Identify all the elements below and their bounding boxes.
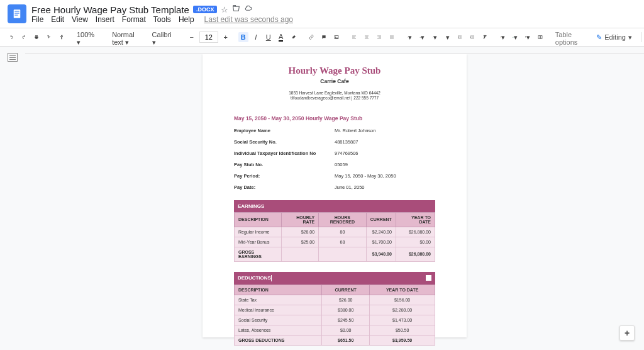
redo-icon[interactable] [19,31,29,43]
menu-format[interactable]: Format [122,15,146,24]
itin: 974769506 [335,150,435,156]
print-icon[interactable] [31,31,42,43]
table-row: Lates, Absences$0.00$50.50 [235,325,435,335]
svg-rect-0 [14,9,21,18]
menu-tools[interactable]: Tools [153,15,171,24]
outline-icon[interactable] [8,53,18,62]
doc-main-title: Hourly Wage Pay Stub [234,65,435,76]
ssn: 488135807 [335,139,435,145]
align-center-icon[interactable] [362,31,372,43]
menu-edit[interactable]: Edit [51,15,64,24]
date: June 01, 2050 [335,184,435,190]
svg-rect-3 [14,15,18,16]
table-options[interactable]: Table options [553,31,585,43]
period-title: May 15, 2050 - May 30, 2050 Hourly Wage … [234,115,435,121]
svg-text:3: 3 [445,37,445,38]
cloud-icon[interactable] [244,4,252,14]
indent-increase-icon[interactable] [467,31,477,43]
svg-point-5 [335,37,336,37]
move-icon[interactable] [232,4,240,14]
highlight-button[interactable] [289,31,299,43]
left-sidebar [0,47,25,350]
fill-color-icon[interactable]: ▾ [497,31,508,43]
docs-logo[interactable] [8,4,26,23]
svg-rect-1 [14,11,19,12]
stub: 05059 [335,162,435,167]
table-row: Medical Insurance$380.00$2,280.00 [235,305,435,315]
date-label: Pay Date: [234,184,335,190]
page[interactable]: Hourly Wage Pay Stub Carrie Cafe 1853 Ha… [203,54,467,337]
deductions-header[interactable]: DEDUCTIONS [234,272,435,285]
table-row: Regular Income$28.0080$2,240.00$26,880.0… [235,227,435,237]
title-area: Free Hourly Wage Pay Stub Template .DOCX… [31,4,293,24]
font-increase[interactable]: + [221,32,231,42]
table-handle-icon[interactable] [426,275,431,281]
link-icon[interactable] [306,31,316,43]
border-color-icon[interactable]: ▾ [510,31,520,43]
table-row: GROSS DEDUCTIONS$651.50$3,959.50 [235,335,435,345]
earnings-header: EARNINGS [234,200,435,212]
svg-rect-18 [540,36,542,39]
stub-label: Pay Stub No. [234,162,335,167]
font-select[interactable]: Calibri ▾ [150,31,179,43]
spellcheck-icon[interactable] [44,31,54,43]
image-icon[interactable] [331,31,341,43]
table-row: Mid-Year Bonus$25.0068$1,700.00$0.00 [235,237,435,247]
header-bar: Free Hourly Wage Pay Stub Template .DOCX… [0,0,644,28]
indent-decrease-icon[interactable] [455,31,465,43]
deductions-table: DESCRIPTION CURRENT YEAR TO DATE State T… [234,285,435,346]
svg-rect-17 [538,36,540,39]
emp-name-label: Employee Name [234,128,335,133]
menu-file[interactable]: File [31,15,43,24]
numbered-list-icon[interactable]: 123 ▾ [442,31,452,43]
doc-subtitle: Carrie Cafe [234,78,435,84]
borders-icon[interactable]: ▾ [523,31,533,43]
menu-view[interactable]: View [72,15,88,24]
toolbar: 100% ▾ Normal text ▾ Calibri ▾ − + B I U… [0,28,644,47]
font-size-input[interactable] [199,31,218,43]
paint-format-icon[interactable] [57,31,67,43]
menu-help[interactable]: Help [179,15,194,24]
table-row: State Tax$26.00$156.00 [235,295,435,305]
underline-button[interactable]: U [264,32,274,42]
doc-title[interactable]: Free Hourly Wage Pay Stub Template [31,4,189,15]
menu-insert[interactable]: Insert [96,15,114,24]
doc-address: 1853 Harvest Lane Eagleville, Montana MO… [234,91,435,101]
period: May 15, 2050 - May 30, 2050 [335,173,435,179]
earnings-table: DESCRIPTION HOURLY RATE HOURS RENDERED C… [234,212,435,262]
font-decrease[interactable]: − [187,32,197,42]
clear-format-icon[interactable] [480,31,490,43]
pen-icon: ✎ [596,33,602,42]
period-label: Pay Period: [234,173,335,179]
format-badge: .DOCX [193,6,218,13]
comment-icon[interactable] [319,31,329,43]
edit-info[interactable]: Last edit was seconds ago [204,15,293,24]
table-row: Social Security$245.50$1,473.00 [235,315,435,325]
table-row: GROSS EARNINGS$3,940.00$26,880.00 [235,247,435,261]
bullet-list-icon[interactable]: ▾ [430,31,440,43]
itin-label: Individual Taxpayer Identification No [234,150,335,156]
workspace: Hourly Wage Pay Stub Carrie Cafe 1853 Ha… [0,47,644,350]
line-spacing-icon[interactable]: ▾ [404,31,414,43]
bold-button[interactable]: B [238,32,248,42]
merge-cells-icon[interactable] [535,31,545,43]
ruler[interactable] [25,47,644,54]
explore-button[interactable]: + [619,325,635,341]
ssn-label: Social Security No. [234,139,335,145]
editing-mode-button[interactable]: ✎ Editing ▾ [592,32,636,43]
italic-button[interactable]: I [251,32,261,42]
checklist-icon[interactable]: ▾ [417,31,427,43]
star-icon[interactable]: ☆ [221,5,228,14]
text-color-button[interactable]: A [276,31,286,43]
emp-name: Mr. Robert Johnson [335,128,435,133]
align-justify-icon[interactable] [387,31,397,43]
zoom-select[interactable]: 100% ▾ [74,31,102,43]
style-select[interactable]: Normal text ▾ [109,31,142,43]
canvas[interactable]: Hourly Wage Pay Stub Carrie Cafe 1853 Ha… [25,47,644,350]
svg-rect-2 [14,13,19,14]
menu-bar: File Edit View Insert Format Tools Help … [31,15,293,24]
align-right-icon[interactable] [374,31,384,43]
align-left-icon[interactable] [349,31,359,43]
undo-icon[interactable] [6,31,16,43]
